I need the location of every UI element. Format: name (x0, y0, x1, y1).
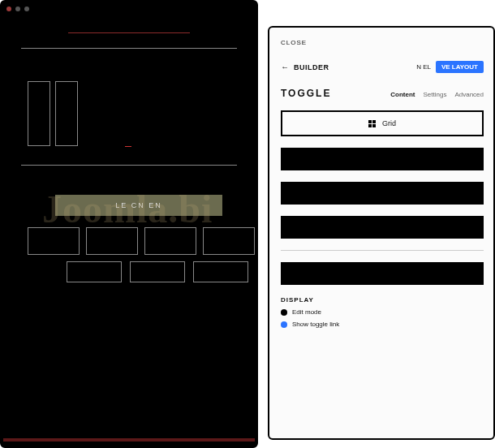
radio-label: Show toggle link (292, 321, 339, 328)
panel-tabs: Content Settings Advanced (390, 91, 484, 98)
display-header: DISPLAY (281, 296, 484, 304)
canvas-block[interactable] (55, 81, 78, 146)
layout-option[interactable] (281, 262, 484, 285)
canvas-cell[interactable] (28, 227, 80, 255)
canvas-bottom-bar (3, 438, 255, 442)
canvas-grid-row (67, 261, 255, 282)
tab-settings[interactable]: Settings (424, 91, 447, 98)
display-radio-show[interactable]: Show toggle link (281, 321, 484, 328)
preview-canvas: LE CN EN (3, 16, 255, 445)
radio-label: Edit mode (292, 308, 321, 316)
window-titlebar (2, 2, 256, 16)
window-close-dot[interactable] (6, 6, 11, 11)
canvas-block[interactable] (28, 81, 50, 146)
canvas-cell[interactable] (86, 227, 138, 255)
builder-panel: CLOSE ← BUILDER N EL VE LAYOUT TOGGLE Co… (268, 26, 495, 440)
canvas-cell[interactable] (130, 261, 185, 282)
canvas-cell[interactable] (193, 261, 248, 282)
display-radio-edit[interactable]: Edit mode (281, 308, 484, 316)
tab-advanced[interactable]: Advanced (454, 91, 484, 98)
builder-label: BUILDER (294, 63, 329, 71)
canvas-divider (21, 48, 237, 49)
canvas-block-row (28, 81, 255, 146)
save-layout-button[interactable]: VE LAYOUT (436, 61, 484, 73)
preview-window: LE CN EN (0, 0, 258, 448)
window-min-dot[interactable] (15, 6, 20, 11)
layout-grid-option[interactable]: Grid (281, 110, 484, 136)
window-max-dot[interactable] (24, 6, 29, 11)
layout-option[interactable] (281, 182, 484, 205)
canvas-toggle-button[interactable]: LE CN EN (55, 195, 222, 216)
layout-option[interactable] (281, 216, 484, 239)
tab-content[interactable]: Content (390, 91, 415, 98)
radio-icon (281, 309, 287, 316)
canvas-divider (21, 165, 237, 166)
canvas-grid-row (28, 227, 255, 255)
canvas-cell[interactable] (203, 227, 255, 255)
grid-option-label: Grid (382, 119, 396, 127)
grid-icon (368, 120, 376, 127)
canvas-cell[interactable] (67, 261, 122, 282)
close-button[interactable]: CLOSE (281, 39, 307, 46)
layout-option[interactable] (281, 148, 484, 170)
canvas-cell[interactable] (144, 227, 196, 255)
section-title: TOGGLE (281, 88, 331, 99)
nel-label: N EL (416, 63, 431, 71)
panel-divider (281, 250, 484, 251)
radio-icon (281, 321, 287, 328)
arrow-left-icon: ← (281, 62, 289, 71)
builder-back-button[interactable]: ← BUILDER (281, 62, 329, 71)
